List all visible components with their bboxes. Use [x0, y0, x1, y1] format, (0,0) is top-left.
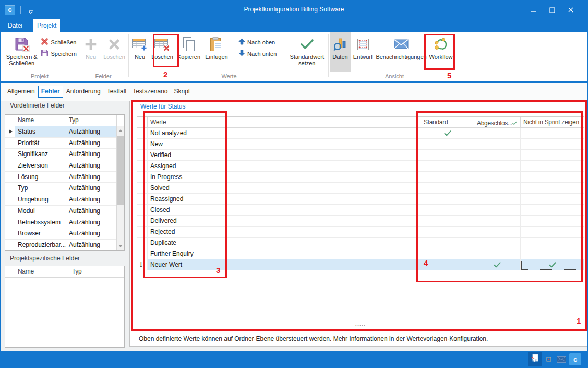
standard-cell[interactable] — [421, 139, 474, 150]
field-typ-cell[interactable]: Aufzählung — [66, 149, 116, 160]
nicht-in-sprint-cell[interactable] — [521, 248, 584, 259]
maximize-button[interactable] — [543, 1, 561, 19]
column-header-name[interactable]: Name — [15, 115, 66, 126]
mail-status-icon[interactable] — [557, 356, 566, 363]
field-name-cell[interactable]: Umgebung — [15, 194, 66, 206]
value-cell[interactable]: Assigned — [148, 161, 421, 172]
nicht-in-sprint-cell[interactable] — [521, 238, 584, 248]
column-header-name[interactable]: Name — [15, 266, 69, 278]
value-row[interactable]: Rejected — [137, 227, 584, 238]
subtab-allgemein[interactable]: Allgemein — [4, 86, 38, 98]
field-typ-cell[interactable]: Aufzählung — [66, 160, 116, 172]
nicht-in-sprint-cell[interactable] — [521, 161, 584, 172]
standard-cell[interactable] — [421, 259, 474, 270]
abgeschlossen-cell[interactable] — [474, 259, 521, 270]
value-cell[interactable]: Rejected — [148, 227, 421, 238]
abgeschlossen-cell[interactable] — [474, 128, 521, 139]
nicht-in-sprint-cell[interactable] — [521, 139, 584, 150]
abgeschlossen-cell[interactable] — [474, 216, 521, 227]
predefined-field-row[interactable]: SignifikanzAufzählung — [5, 149, 124, 160]
abgeschlossen-cell[interactable] — [474, 248, 521, 259]
value-row[interactable]: Reassigned — [137, 194, 584, 205]
nicht-in-sprint-cell[interactable] — [521, 259, 584, 270]
value-cell[interactable]: Reassigned — [148, 194, 421, 205]
close-window-button[interactable] — [561, 1, 580, 19]
value-row[interactable]: Delivered — [137, 216, 584, 227]
nicht-in-sprint-cell[interactable] — [521, 172, 584, 183]
column-header-nicht-in-sprint[interactable]: Nicht in Sprint zeigen — [521, 117, 584, 128]
tab-projekt[interactable]: Projekt — [33, 19, 60, 32]
standard-cell[interactable] — [421, 238, 474, 248]
standard-cell[interactable] — [421, 150, 474, 161]
subtab-skript[interactable]: Skript — [171, 86, 194, 98]
nicht-in-sprint-cell[interactable] — [521, 183, 584, 194]
field-name-cell[interactable]: Reproduzierbar... — [15, 240, 66, 251]
field-name-cell[interactable]: Browser — [15, 228, 66, 240]
nicht-in-sprint-cell[interactable] — [521, 194, 584, 205]
nicht-in-sprint-cell[interactable] — [521, 150, 584, 161]
abgeschlossen-cell[interactable] — [474, 194, 521, 205]
field-typ-cell[interactable]: Aufzählung — [66, 206, 116, 217]
scroll-up-icon[interactable] — [117, 126, 124, 135]
standard-cell[interactable] — [421, 227, 474, 238]
nach-oben-button[interactable]: Nach oben — [238, 38, 277, 46]
pointer-page-icon[interactable] — [528, 352, 542, 366]
standard-cell[interactable] — [421, 205, 474, 216]
field-name-cell[interactable]: Typ — [15, 183, 66, 194]
subtab-fehler[interactable]: Fehler — [38, 86, 63, 98]
predefined-field-row[interactable]: TypAufzählung — [5, 183, 124, 194]
predefined-field-row[interactable]: Reproduzierbar...Aufzählung — [5, 240, 124, 251]
werte-neu-button[interactable]: Neu — [130, 32, 150, 72]
standard-cell[interactable] — [421, 248, 474, 259]
scrollbar-thumb[interactable] — [117, 136, 124, 205]
field-name-cell[interactable]: Signifikanz — [15, 149, 66, 160]
value-row[interactable]: Further Enquiry — [137, 248, 584, 259]
field-name-cell[interactable]: Lösung — [15, 172, 66, 183]
grid-status-icon[interactable] — [544, 354, 554, 364]
value-row[interactable]: Not analyzed — [137, 128, 584, 139]
subtab-anforderung[interactable]: Anforderung — [63, 86, 104, 98]
einfuegen-button[interactable]: Einfügen — [203, 32, 230, 72]
nicht-in-sprint-cell[interactable] — [521, 216, 584, 227]
value-cell[interactable]: New — [148, 139, 421, 150]
value-cell[interactable]: Delivered — [148, 216, 421, 227]
field-typ-cell[interactable]: Aufzählung — [66, 194, 116, 206]
predefined-field-row[interactable]: ModulAufzählung — [5, 206, 124, 217]
field-name-cell[interactable]: Status — [15, 126, 66, 138]
daten-button[interactable]: Daten — [330, 32, 351, 72]
field-typ-cell[interactable]: Aufzählung — [66, 183, 116, 194]
abgeschlossen-cell[interactable] — [474, 172, 521, 183]
predefined-field-row[interactable]: PrioritätAufzählung — [5, 138, 124, 149]
value-row[interactable]: In Progress — [137, 172, 584, 183]
column-header-werte[interactable]: Werte — [148, 117, 421, 128]
abgeschlossen-cell[interactable] — [474, 238, 521, 248]
standard-cell[interactable] — [421, 183, 474, 194]
app-logo-status-icon[interactable]: c — [569, 353, 581, 365]
predefined-field-row[interactable]: ZielversionAufzählung — [5, 160, 124, 172]
field-typ-cell[interactable]: Aufzählung — [66, 228, 116, 240]
nicht-in-sprint-cell[interactable] — [521, 128, 584, 139]
value-cell[interactable]: Solved — [148, 183, 421, 194]
value-row[interactable]: Assigned — [137, 161, 584, 172]
value-cell[interactable]: Further Enquiry — [148, 248, 421, 259]
abgeschlossen-cell[interactable] — [474, 150, 521, 161]
field-typ-cell[interactable]: Aufzählung — [66, 217, 116, 229]
standard-cell[interactable] — [421, 172, 474, 183]
value-cell[interactable]: In Progress — [148, 172, 421, 183]
standard-cell[interactable] — [421, 194, 474, 205]
scroll-down-icon[interactable] — [117, 242, 124, 250]
field-typ-cell[interactable]: Aufzählung — [66, 126, 116, 138]
predefined-field-row[interactable]: BetriebssystemAufzählung — [5, 217, 124, 229]
field-typ-cell[interactable]: Aufzählung — [66, 138, 116, 149]
predefined-field-row[interactable]: StatusAufzählung — [5, 126, 124, 138]
predefined-field-row[interactable]: LösungAufzählung — [5, 172, 124, 183]
column-header-typ[interactable]: Typ — [69, 266, 124, 278]
value-row[interactable]: Solved — [137, 183, 584, 194]
tab-datei[interactable]: Datei — [5, 19, 26, 32]
subtab-testfall[interactable]: Testfall — [104, 86, 129, 98]
abgeschlossen-cell[interactable] — [474, 183, 521, 194]
abgeschlossen-cell[interactable] — [474, 227, 521, 238]
felder-neu-button[interactable]: Neu — [80, 32, 102, 72]
standard-cell[interactable] — [421, 216, 474, 227]
field-name-cell[interactable]: Zielversion — [15, 160, 66, 172]
